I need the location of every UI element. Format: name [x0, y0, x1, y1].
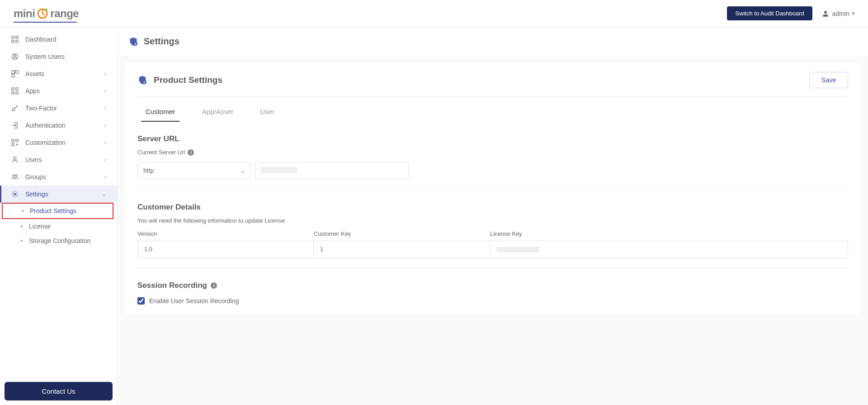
version-value: 1.0: [137, 241, 314, 258]
chevron-right-icon: ›: [104, 88, 106, 94]
customer-details-section: Customer Details You will need the follo…: [137, 203, 848, 258]
sidebar-sub-storage-configuration[interactable]: Storage Configuration: [21, 233, 117, 248]
groups-icon: [11, 173, 19, 181]
svg-rect-9: [15, 71, 18, 73]
page-header: e Settings: [118, 27, 868, 56]
customization-icon: [11, 138, 19, 147]
sidebar-item-groups[interactable]: Groups ›: [0, 168, 117, 186]
server-url-section: Server URL Current Server Url i http ⌄: [137, 134, 848, 180]
svg-point-7: [14, 55, 16, 57]
info-icon[interactable]: i: [188, 149, 194, 156]
svg-rect-2: [12, 36, 14, 38]
customer-key-value: 1: [314, 241, 490, 258]
settings-submenu: Product Settings License Storage Configu…: [0, 203, 117, 248]
users-icon: [11, 156, 19, 164]
main-content: e Settings e Product Settings Save Custo…: [118, 27, 868, 405]
customer-key-column: Customer Key 1: [314, 230, 490, 258]
svg-rect-14: [16, 92, 18, 94]
caret-down-icon: ▾: [852, 11, 854, 16]
server-url-heading: Server URL: [137, 134, 848, 143]
sidebar-item-assets[interactable]: Assets ›: [0, 65, 117, 82]
divider: [137, 190, 848, 190]
switch-audit-button[interactable]: Switch to Audit Dashboard: [727, 6, 812, 20]
sidebar-item-label: Apps: [25, 87, 98, 95]
info-icon[interactable]: i: [211, 282, 217, 289]
header-right: Switch to Audit Dashboard admin ▾: [727, 6, 854, 20]
redacted-value: [261, 167, 297, 173]
checkbox-label: Enable User Session Recording: [149, 297, 239, 305]
svg-rect-8: [12, 71, 14, 73]
bullet-icon: [22, 210, 24, 212]
sidebar-sub-product-settings[interactable]: Product Settings: [2, 203, 113, 219]
svg-text:e: e: [144, 81, 146, 84]
save-button[interactable]: Save: [809, 72, 848, 88]
svg-rect-11: [12, 88, 14, 90]
content-card: e Product Settings Save Customer App/Ass…: [125, 63, 861, 314]
sidebar-item-users[interactable]: Users ›: [0, 151, 117, 168]
dashboard-icon: [11, 35, 19, 43]
contact-us-button[interactable]: Contact Us: [5, 382, 113, 400]
sidebar-item-label: Customization: [25, 139, 98, 146]
svg-rect-12: [16, 88, 18, 90]
assets-icon: [11, 70, 19, 78]
sidebar-item-label: Authentication: [25, 122, 98, 129]
server-url-label: Current Server Url i: [137, 149, 848, 156]
svg-point-21: [15, 175, 17, 176]
sidebar-item-label: License: [29, 223, 112, 230]
page-title: Settings: [144, 36, 179, 47]
chevron-right-icon: ›: [104, 105, 106, 111]
shield-icon: e: [128, 37, 138, 47]
bullet-icon: [21, 225, 23, 227]
license-key-column: License Key: [490, 230, 848, 258]
customer-details-heading: Customer Details: [137, 203, 848, 212]
user-menu[interactable]: admin ▾: [821, 10, 854, 18]
username-label: admin: [832, 10, 849, 17]
svg-text:e: e: [135, 42, 137, 45]
tab-customer[interactable]: Customer: [141, 105, 179, 122]
svg-rect-13: [12, 92, 14, 94]
sidebar-item-dashboard[interactable]: Dashboard: [0, 31, 117, 48]
card-title: Product Settings: [154, 75, 222, 85]
svg-rect-3: [16, 36, 18, 38]
sidebar-item-settings[interactable]: Settings ⌄: [0, 186, 117, 203]
customer-details-grid: Version 1.0 Customer Key 1 License Key: [137, 230, 848, 258]
shield-icon: e: [137, 75, 147, 85]
tab-app-asset[interactable]: App/Asset: [198, 105, 237, 122]
logo-orange-icon: [37, 8, 48, 19]
tabs: Customer App/Asset User: [137, 105, 848, 122]
tab-user[interactable]: User: [255, 105, 279, 122]
app-header: mini range Switch to Audit Dashboard adm…: [0, 0, 868, 27]
svg-point-20: [13, 175, 14, 176]
sidebar-item-apps[interactable]: Apps ›: [0, 82, 117, 100]
sidebar-item-two-factor[interactable]: Two-Factor ›: [0, 100, 117, 117]
svg-point-22: [14, 193, 16, 195]
protocol-select[interactable]: http: [137, 162, 250, 179]
key-icon: [11, 104, 19, 112]
sidebar-item-customization[interactable]: Customization ›: [0, 134, 117, 151]
session-recording-section: Session Recording i Enable User Session …: [137, 281, 848, 305]
sidebar-item-label: Groups: [25, 173, 98, 181]
version-label: Version: [137, 230, 314, 237]
bullet-icon: [21, 240, 23, 242]
sidebar-item-system-users[interactable]: System Users: [0, 48, 117, 65]
customer-details-subtext: You will need the following information …: [137, 217, 848, 224]
sidebar-item-label: System Users: [25, 53, 106, 60]
sidebar-item-label: Two-Factor: [25, 105, 98, 112]
sidebar-item-label: Product Settings: [30, 207, 107, 214]
apps-icon: [11, 87, 19, 95]
logo-suffix: range: [50, 7, 79, 20]
divider: [137, 268, 848, 268]
license-key-value: [490, 241, 848, 258]
protocol-select-wrap[interactable]: http ⌄: [137, 162, 250, 180]
user-icon: [821, 10, 830, 18]
sidebar-item-label: Assets: [25, 70, 98, 77]
session-recording-checkbox-row: Enable User Session Recording: [137, 297, 848, 305]
gear-icon: [11, 190, 19, 198]
card-header: e Product Settings Save: [137, 72, 848, 97]
sidebar-sub-license[interactable]: License: [21, 219, 117, 233]
sidebar-item-authentication[interactable]: Authentication ›: [0, 117, 117, 134]
server-url-input[interactable]: [255, 162, 409, 180]
sidebar: Dashboard System Users Assets › Apps › T…: [0, 27, 118, 405]
enable-session-recording-checkbox[interactable]: [137, 297, 145, 305]
version-column: Version 1.0: [137, 230, 314, 258]
